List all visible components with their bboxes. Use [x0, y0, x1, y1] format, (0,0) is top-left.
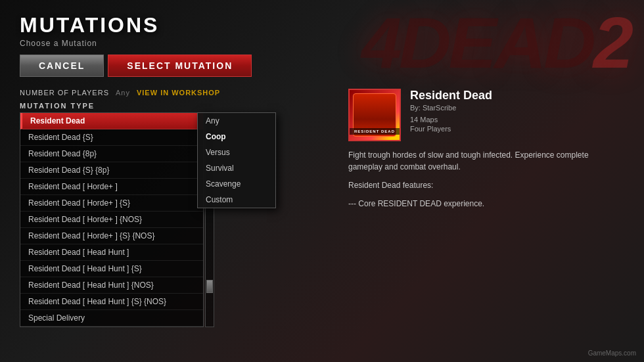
left-panel: NUMBER OF PLAYERS Any VIEW IN WORKSHOP M… — [20, 89, 335, 327]
scrollbar-thumb — [206, 280, 213, 293]
mutation-author: By: StarScribe — [410, 104, 492, 112]
mutation-list: Resident Dead Resident Dead {S} Resident… — [20, 112, 204, 327]
list-item[interactable]: Resident Dead {8p} — [20, 146, 203, 162]
cancel-button[interactable]: CANCEL — [20, 55, 104, 77]
thumbnail-label: RESIDENT DEAD — [350, 128, 400, 135]
list-item[interactable]: Resident Dead [ Head Hunt ] — [20, 244, 203, 261]
list-item[interactable]: Special Delivery — [20, 310, 203, 327]
list-item[interactable]: Resident Dead [ Horde+ ] {S} — [20, 195, 203, 212]
right-panel: RESIDENT DEAD Resident Dead By: StarScri… — [335, 89, 624, 327]
mutation-description-3: --- Core RESIDENT DEAD experience. — [348, 198, 624, 210]
mutation-players: Four Players — [410, 125, 492, 133]
mutation-name: Resident Dead — [410, 89, 492, 102]
main-area: NUMBER OF PLAYERS Any VIEW IN WORKSHOP M… — [20, 89, 624, 327]
dropdown-option-versus[interactable]: Versus — [198, 145, 275, 160]
dropdown-option-any[interactable]: Any — [198, 113, 275, 129]
main-content: MUTATIONS Choose a Mutation CANCEL SELEC… — [0, 0, 644, 340]
dropdown-option-custom[interactable]: Custom — [198, 192, 275, 208]
list-item[interactable]: Resident Dead [ Horde+ ] — [20, 179, 203, 195]
list-item[interactable]: Resident Dead {S} — [20, 129, 203, 146]
dropdown-option-coop[interactable]: Coop — [198, 129, 275, 145]
view-workshop-link[interactable]: VIEW IN WORKSHOP — [137, 89, 220, 97]
players-filter-value: Any — [116, 89, 130, 97]
list-item[interactable]: Resident Dead [ Horde+ ] {NOS} — [20, 212, 203, 228]
players-filter-label: NUMBER OF PLAYERS — [20, 89, 109, 97]
list-item[interactable]: Resident Dead [ Head Hunt ] {S} {NOS} — [20, 294, 203, 310]
page-title: MUTATIONS — [20, 13, 624, 37]
mutation-thumbnail: RESIDENT DEAD — [348, 89, 401, 141]
list-item[interactable]: Resident Dead — [20, 113, 203, 129]
mutation-type-dropdown: Any Coop Versus Survival Scavenge Custom — [197, 112, 276, 208]
dropdown-option-survival[interactable]: Survival — [198, 160, 275, 176]
list-with-dropdown: Resident Dead Resident Dead {S} Resident… — [20, 112, 335, 327]
mutation-maps: 14 Maps — [410, 116, 492, 124]
mutation-detail: RESIDENT DEAD Resident Dead By: StarScri… — [348, 89, 624, 141]
gamemaps-credit: GameMaps.com — [588, 350, 636, 357]
list-item[interactable]: Resident Dead [ Horde+ ] {S} {NOS} — [20, 228, 203, 244]
title-section: MUTATIONS Choose a Mutation — [20, 13, 624, 48]
mutation-description-2: Resident Dead features: — [348, 179, 624, 191]
list-item[interactable]: Resident Dead {S} {8p} — [20, 162, 203, 179]
dropdown-option-scavenge[interactable]: Scavenge — [198, 176, 275, 192]
mutation-type-label: MUTATION TYPE — [20, 102, 335, 110]
list-item[interactable]: Resident Dead [ Head Hunt ] {NOS} — [20, 277, 203, 294]
mutation-info: Resident Dead By: StarScribe 14 Maps Fou… — [410, 89, 492, 133]
list-item[interactable]: Resident Dead [ Head Hunt ] {S} — [20, 261, 203, 277]
mutation-list-wrapper: Resident Dead Resident Dead {S} Resident… — [20, 112, 335, 327]
filters-row: NUMBER OF PLAYERS Any VIEW IN WORKSHOP — [20, 89, 335, 97]
toolbar: CANCEL SELECT MUTATION — [20, 55, 624, 77]
page-subtitle: Choose a Mutation — [20, 39, 624, 48]
mutation-description-1: Fight trough hordes of slow and tough in… — [348, 149, 624, 173]
select-mutation-button[interactable]: SELECT MUTATION — [108, 55, 252, 77]
